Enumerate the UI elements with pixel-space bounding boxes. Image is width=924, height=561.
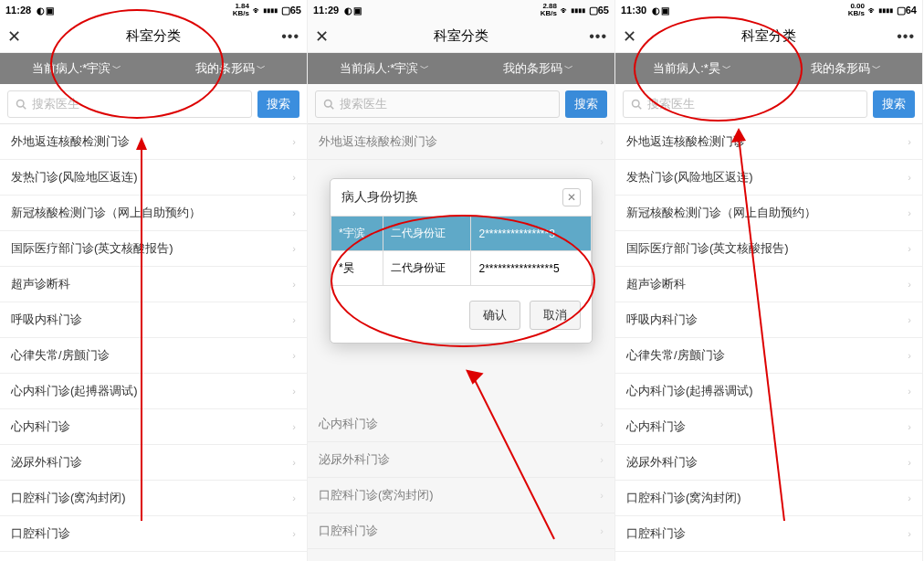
dialog-header: 病人身份切换 ✕ [331, 179, 592, 216]
status-time: 11:30 [621, 5, 646, 16]
list-item[interactable]: 新冠核酸检测门诊（网上自助预约）› [615, 196, 922, 231]
tab-current-patient[interactable]: 当前病人:*昊﹀ [615, 60, 769, 77]
battery-icon: ▢64 [897, 5, 917, 16]
status-app-icons: ◐ ▣ [37, 5, 53, 16]
close-icon[interactable]: ✕ [623, 26, 636, 47]
list-item[interactable]: 国际医疗部门诊(英文核酸报告)› [615, 231, 922, 267]
chevron-right-icon: › [908, 492, 911, 503]
patient-row-selected[interactable]: *宇滨 二代身份证 2***************3 [331, 217, 592, 251]
tab-my-barcode[interactable]: 我的条形码﹀ [769, 60, 922, 77]
title-bar: ✕ 科室分类 ••• [615, 20, 922, 53]
chevron-right-icon: › [908, 314, 911, 325]
chevron-right-icon: › [292, 528, 296, 539]
tab-my-barcode[interactable]: 我的条形码﹀ [153, 60, 307, 77]
dialog-title: 病人身份切换 [341, 189, 418, 206]
chevron-down-icon: ﹀ [257, 62, 266, 75]
chevron-right-icon: › [908, 350, 911, 361]
svg-point-8 [633, 100, 640, 107]
list-item[interactable]: 发热门诊(风险地区返连)› [615, 160, 922, 196]
patient-row[interactable]: *昊 二代身份证 2****************5 [331, 251, 592, 286]
chevron-right-icon: › [292, 207, 296, 218]
status-time: 11:28 [5, 5, 31, 16]
status-bar: 11:30 ◐ ▣ 0.00KB/s ᯤ ▮▮▮▮ ▢64 [615, 0, 922, 20]
list-item[interactable]: 国际医疗部门诊(英文核酸报告)› [0, 231, 307, 267]
page-title: 科室分类 [741, 27, 796, 45]
chevron-right-icon: › [292, 386, 296, 397]
list-item[interactable]: 超声诊断科› [0, 267, 307, 302]
status-app-icons: ◐ ▣ [652, 5, 668, 16]
list-item[interactable]: 心律失常/房颤门诊› [615, 338, 922, 374]
search-icon [631, 99, 642, 110]
list-item[interactable]: 心内科门诊(起搏器调试)› [0, 374, 307, 409]
chevron-right-icon: › [908, 386, 911, 397]
list-item[interactable]: 口腔科门诊(窝沟封闭)› [0, 481, 307, 516]
svg-line-1 [23, 106, 26, 109]
search-row: 搜索医生 搜索 [0, 84, 307, 124]
search-input[interactable]: 搜索医生 [623, 90, 867, 118]
list-item[interactable]: 口腔科门诊(窝沟封闭)› [615, 481, 922, 516]
chevron-down-icon: ﹀ [112, 62, 121, 75]
top-tabs: 当前病人:*宇滨﹀ 我的条形码﹀ [0, 53, 307, 84]
modal-overlay: 病人身份切换 ✕ *宇滨 二代身份证 2***************3 *昊 … [308, 0, 614, 561]
top-tabs: 当前病人:*昊﹀ 我的条形码﹀ [615, 53, 922, 84]
screen-2: 11:29 ◐ ▣ 2.88KB/s ᯤ ▮▮▮▮ ▢65 ✕ 科室分类 •••… [308, 0, 615, 561]
signal-icon: ᯤ ▮▮▮▮ [868, 5, 893, 16]
status-kbs: 0.00KB/s [848, 3, 865, 17]
tab-current-patient[interactable]: 当前病人:*宇滨﹀ [0, 60, 153, 77]
chevron-right-icon: › [292, 136, 296, 147]
search-icon [16, 99, 26, 110]
dialog-close-button[interactable]: ✕ [562, 188, 581, 206]
confirm-button[interactable]: 确认 [469, 301, 520, 330]
list-item[interactable]: 外地返连核酸检测门诊› [615, 124, 922, 160]
chevron-right-icon: › [908, 421, 911, 432]
list-item[interactable]: 外地返连核酸检测门诊› [0, 124, 307, 160]
chevron-down-icon: ﹀ [722, 62, 731, 75]
dialog-footer: 确认 取消 [331, 291, 592, 343]
department-list[interactable]: 外地返连核酸检测门诊› 发热门诊(风险地区返连)› 新冠核酸检测门诊（网上自助预… [0, 124, 307, 561]
title-bar: ✕ 科室分类 ••• [0, 20, 307, 53]
list-item[interactable]: 心内科门诊› [0, 409, 307, 445]
more-icon[interactable]: ••• [897, 28, 915, 45]
chevron-right-icon: › [908, 243, 911, 254]
chevron-right-icon: › [292, 457, 296, 468]
list-item[interactable]: 发热门诊(风险地区返连)› [0, 160, 307, 196]
chevron-right-icon: › [292, 492, 296, 503]
svg-line-9 [638, 106, 641, 109]
search-placeholder: 搜索医生 [32, 96, 79, 112]
page-title: 科室分类 [126, 27, 181, 45]
more-icon[interactable]: ••• [281, 28, 299, 45]
dialog-body: *宇滨 二代身份证 2***************3 *昊 二代身份证 2**… [331, 216, 592, 291]
list-item[interactable]: 心内科门诊› [615, 409, 922, 445]
list-item[interactable]: 口腔科门诊› [0, 516, 307, 552]
chevron-right-icon: › [908, 457, 911, 468]
patient-table: *宇滨 二代身份证 2***************3 *昊 二代身份证 2**… [331, 216, 592, 286]
list-item[interactable]: 呼吸内科门诊› [615, 302, 922, 338]
cancel-button[interactable]: 取消 [530, 301, 581, 330]
list-item[interactable]: 心内科门诊(起搏器调试)› [615, 374, 922, 409]
chevron-down-icon: ﹀ [872, 62, 881, 75]
list-item[interactable]: 口腔科门诊› [615, 516, 922, 552]
search-button[interactable]: 搜索 [257, 90, 299, 118]
list-item[interactable]: 泌尿外科门诊› [0, 445, 307, 481]
svg-point-0 [17, 100, 25, 107]
list-item[interactable]: 呼吸内科门诊› [0, 302, 307, 338]
department-list[interactable]: 外地返连核酸检测门诊› 发热门诊(风险地区返连)› 新冠核酸检测门诊（网上自助预… [615, 124, 922, 561]
chevron-right-icon: › [292, 172, 296, 183]
search-input[interactable]: 搜索医生 [7, 90, 252, 118]
list-item[interactable]: 泌尿外科门诊› [615, 445, 922, 481]
search-button[interactable]: 搜索 [873, 90, 915, 118]
chevron-right-icon: › [292, 350, 296, 361]
list-item[interactable]: 心律失常/房颤门诊› [0, 338, 307, 374]
chevron-right-icon: › [908, 528, 911, 539]
battery-icon: ▢65 [281, 5, 301, 16]
chevron-right-icon: › [908, 279, 911, 290]
chevron-right-icon: › [292, 279, 296, 290]
search-row: 搜索医生 搜索 [615, 84, 922, 124]
list-item[interactable]: 新冠核酸检测门诊（网上自助预约）› [0, 196, 307, 231]
chevron-right-icon: › [908, 207, 911, 218]
status-bar: 11:28 ◐ ▣ 1.84KB/s ᯤ ▮▮▮▮ ▢65 [0, 0, 307, 20]
list-item[interactable]: 超声诊断科› [615, 267, 922, 302]
close-icon[interactable]: ✕ [7, 26, 21, 47]
chevron-right-icon: › [292, 314, 296, 325]
chevron-right-icon: › [908, 136, 911, 147]
